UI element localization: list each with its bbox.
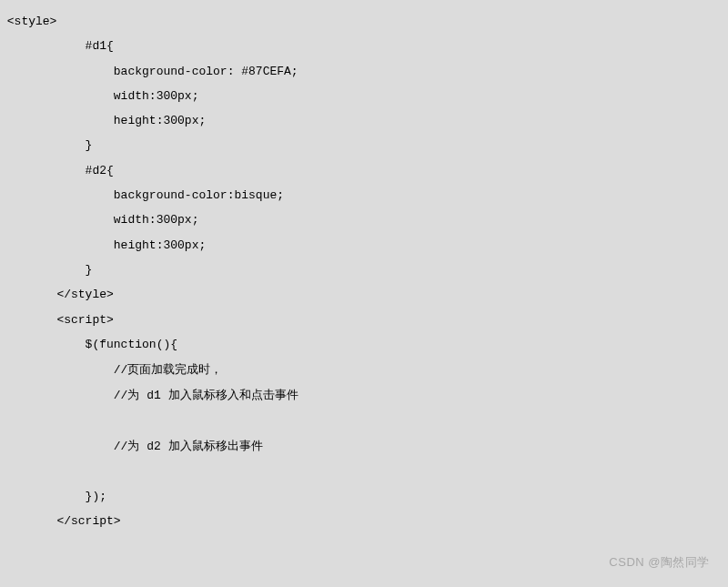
code-line: height:300px;	[0, 108, 728, 133]
code-line: $(function(){	[0, 332, 728, 357]
code-line: //为 d1 加入鼠标移入和点击事件	[0, 382, 728, 408]
code-line: </style>	[0, 282, 728, 307]
code-line: background-color:bisque;	[0, 183, 728, 207]
code-line: //页面加载完成时，	[0, 357, 728, 382]
code-line: <script>	[0, 308, 728, 332]
code-line: #d1{	[0, 34, 728, 58]
code-line: </script>	[0, 509, 728, 533]
watermark: CSDN @陶然同学	[609, 554, 710, 571]
code-line: //为 d2 加入鼠标移出事件	[0, 433, 728, 459]
code-line: });	[0, 484, 728, 509]
code-line: #d2{	[0, 158, 728, 183]
code-line: }	[0, 133, 728, 157]
code-line: width:300px;	[0, 84, 728, 108]
code-line: background-color: #87CEFA;	[0, 59, 728, 84]
code-line: }	[0, 258, 728, 282]
code-line: height:300px;	[0, 233, 728, 258]
code-snippet: <style> #d1{ background-color: #87CEFA; …	[0, 9, 728, 587]
code-line: <style>	[0, 9, 728, 34]
code-line: width:300px;	[0, 207, 728, 232]
code-line	[0, 409, 728, 433]
code-line: <div id="d1">我是 div1</div>	[0, 583, 728, 587]
code-line	[0, 459, 728, 483]
